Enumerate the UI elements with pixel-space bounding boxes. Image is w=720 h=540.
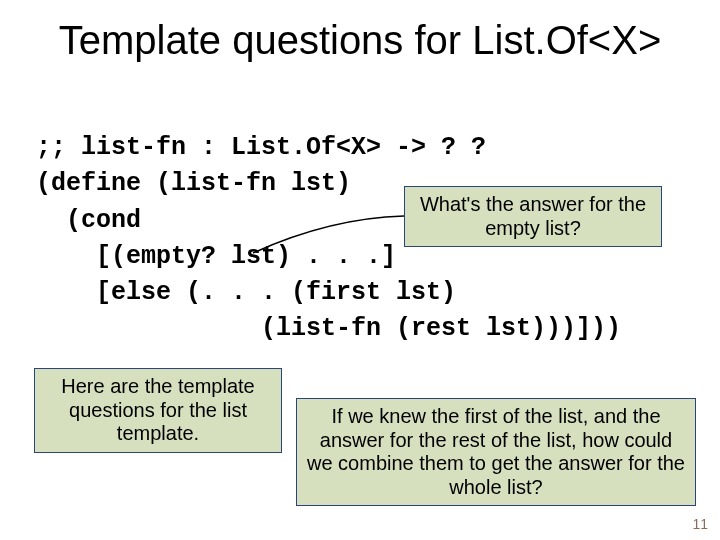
page-number: 11 bbox=[692, 516, 708, 532]
callout-combine: If we knew the first of the list, and th… bbox=[296, 398, 696, 506]
slide-root: Template questions for List.Of<X> ;; lis… bbox=[0, 0, 720, 540]
callout-empty-list: What's the answer for the empty list? bbox=[404, 186, 662, 247]
slide-title: Template questions for List.Of<X> bbox=[0, 18, 720, 63]
callout-template-intro: Here are the template questions for the … bbox=[34, 368, 282, 453]
